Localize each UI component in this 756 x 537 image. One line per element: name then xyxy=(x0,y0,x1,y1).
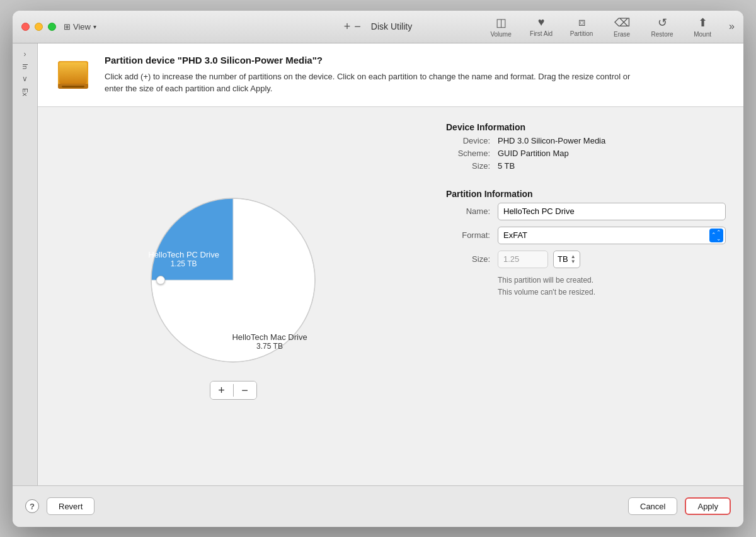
disk-icon xyxy=(53,55,93,95)
remove-toolbar-icon[interactable]: − xyxy=(354,20,361,33)
cancel-button[interactable]: Cancel xyxy=(628,497,677,515)
main-content: › In ∨ Ex xyxy=(13,43,743,485)
size-info-row: Size: 5 TB xyxy=(446,161,726,171)
toolbar-volume[interactable]: ◫ Volume xyxy=(487,16,515,38)
toolbar-restore[interactable]: ↺ Restore xyxy=(648,16,676,38)
title-bar: ⊞ View ▾ + − Disk Utility ◫ Volume ♥ Fir… xyxy=(13,11,743,43)
sidebar: › In ∨ Ex xyxy=(13,43,38,485)
format-row: Format: ExFAT APFS Mac OS Extended (Jour… xyxy=(446,227,726,244)
apply-button[interactable]: Apply xyxy=(685,497,731,515)
sidebar-expand-arrow[interactable]: › xyxy=(24,50,26,59)
traffic-lights xyxy=(21,23,56,31)
mount-icon: ⬆ xyxy=(698,16,707,30)
toolbar-icons: ◫ Volume ♥ First Aid ⧈ Partition ⌫ Erase… xyxy=(487,16,735,38)
restore-label: Restore xyxy=(651,31,673,38)
dialog-body: HelloTech PC Drive 1.25 TB HelloTech Mac… xyxy=(38,107,743,485)
erase-label: Erase xyxy=(614,31,630,38)
device-label: Device: xyxy=(446,136,490,145)
svg-rect-6 xyxy=(60,84,86,86)
dialog-header-text: Partition device "PHD 3.0 Silicon-Power … xyxy=(105,55,646,95)
partition-info-title: Partition Information xyxy=(446,189,726,199)
unit-down-icon[interactable]: ▼ xyxy=(571,259,576,264)
sidebar-collapse-arrow[interactable]: ∨ xyxy=(22,74,28,83)
format-select-wrapper: ExFAT APFS Mac OS Extended (Journaled) M… xyxy=(498,227,726,244)
view-icon: ⊞ xyxy=(64,22,71,31)
partition-label: Partition xyxy=(570,30,593,37)
device-value: PHD 3.0 Silicon-Power Media xyxy=(498,136,605,145)
erase-icon: ⌫ xyxy=(614,16,630,30)
partition-note-line1: This partition will be created. xyxy=(498,274,726,286)
bottom-left: ? Revert xyxy=(25,497,94,515)
bottom-right: Cancel Apply xyxy=(628,497,731,515)
view-label: View xyxy=(73,22,91,31)
partition-note-line2: This volume can't be resized. xyxy=(498,286,726,298)
unit-stepper: ▲ ▼ xyxy=(571,254,576,264)
name-row: Name: xyxy=(446,203,726,220)
remove-partition-button[interactable]: − xyxy=(234,382,256,399)
dialog-title: Partition device "PHD 3.0 Silicon-Power … xyxy=(105,55,646,65)
close-button[interactable] xyxy=(21,23,30,31)
size-form-label: Size: xyxy=(446,254,490,264)
maximize-button[interactable] xyxy=(48,23,56,31)
dialog-area: Partition device "PHD 3.0 Silicon-Power … xyxy=(38,43,743,485)
sidebar-expand-label: Ex xyxy=(21,88,29,96)
add-partition-button[interactable]: + xyxy=(210,382,233,399)
name-input[interactable] xyxy=(498,203,726,220)
restore-icon: ↺ xyxy=(658,16,667,30)
toolbar-first-aid[interactable]: ♥ First Aid xyxy=(527,16,555,37)
toolbar-left: ⊞ View ▾ xyxy=(21,22,96,31)
add-remove-toolbar: + − xyxy=(344,20,361,33)
partition2-name: HelloTech Mac Drive xyxy=(232,332,307,342)
disk-utility-window: ⊞ View ▾ + − Disk Utility ◫ Volume ♥ Fir… xyxy=(13,11,743,527)
chart-area: HelloTech PC Drive 1.25 TB HelloTech Mac… xyxy=(38,107,428,485)
svg-rect-3 xyxy=(59,62,87,84)
device-row: Device: PHD 3.0 Silicon-Power Media xyxy=(446,136,726,145)
partition-icon: ⧈ xyxy=(578,16,585,29)
chart-controls: + − xyxy=(210,381,257,400)
unit-label: TB xyxy=(558,254,568,264)
info-panel: Device Information Device: PHD 3.0 Silic… xyxy=(428,107,743,485)
view-button[interactable]: ⊞ View ▾ xyxy=(64,22,96,31)
unit-selector[interactable]: TB ▲ ▼ xyxy=(553,251,580,268)
overflow-button[interactable]: » xyxy=(729,21,735,32)
window-title: Disk Utility xyxy=(371,21,412,31)
dialog-header: Partition device "PHD 3.0 Silicon-Power … xyxy=(38,43,743,107)
dialog-description: Click add (+) to increase the number of … xyxy=(105,71,646,95)
device-info-section: Device Information Device: PHD 3.0 Silic… xyxy=(446,122,726,174)
device-info-title: Device Information xyxy=(446,122,726,132)
name-form-label: Name: xyxy=(446,206,490,216)
partition-info-section: Partition Information Name: Format: ExFA… xyxy=(446,189,726,298)
pie-chart-container: HelloTech PC Drive 1.25 TB HelloTech Mac… xyxy=(145,192,321,368)
first-aid-icon: ♥ xyxy=(538,16,545,29)
size-controls: TB ▲ ▼ xyxy=(498,251,580,268)
view-chevron-icon: ▾ xyxy=(93,23,96,30)
volume-label: Volume xyxy=(490,31,511,38)
resize-handle[interactable] xyxy=(156,276,165,285)
size-form-row: Size: TB ▲ ▼ xyxy=(446,251,726,268)
toolbar-mount[interactable]: ⬆ Mount xyxy=(689,16,716,38)
mount-label: Mount xyxy=(694,31,711,38)
scheme-value: GUID Partition Map xyxy=(498,149,569,158)
first-aid-label: First Aid xyxy=(530,30,553,37)
size-info-value: 5 TB xyxy=(498,161,515,171)
title-bar-center: + − Disk Utility xyxy=(344,20,412,33)
toolbar-erase[interactable]: ⌫ Erase xyxy=(608,16,636,38)
toolbar-partition[interactable]: ⧈ Partition xyxy=(568,16,595,37)
format-form-label: Format: xyxy=(446,230,490,240)
volume-icon: ◫ xyxy=(496,16,507,30)
bottom-bar: ? Revert Cancel Apply xyxy=(13,485,743,527)
partition2-size: 3.75 TB xyxy=(232,342,307,351)
help-button[interactable]: ? xyxy=(25,499,39,513)
format-select[interactable]: ExFAT APFS Mac OS Extended (Journaled) M… xyxy=(498,227,726,244)
scheme-row: Scheme: GUID Partition Map xyxy=(446,149,726,158)
scheme-label: Scheme: xyxy=(446,149,490,158)
partition-note: This partition will be created. This vol… xyxy=(498,274,726,298)
partition2-label: HelloTech Mac Drive 3.75 TB xyxy=(232,332,307,351)
size-input[interactable] xyxy=(498,251,548,268)
sidebar-info-label: In xyxy=(21,64,29,69)
add-toolbar-icon[interactable]: + xyxy=(344,20,351,33)
revert-button[interactable]: Revert xyxy=(47,497,94,515)
size-info-label: Size: xyxy=(446,161,490,171)
minimize-button[interactable] xyxy=(35,23,43,31)
